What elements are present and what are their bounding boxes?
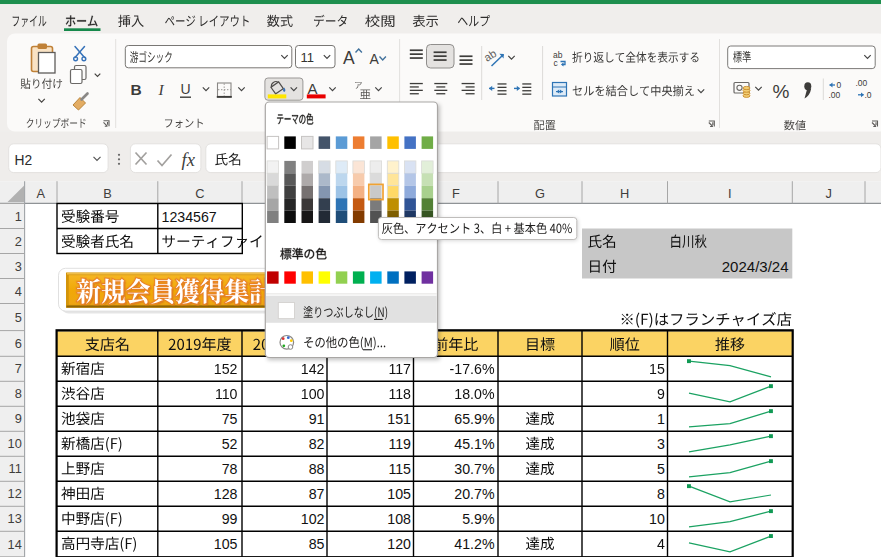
svg-text:A: A bbox=[343, 48, 355, 68]
svg-text:.00: .00 bbox=[856, 78, 868, 88]
svg-text:102: 102 bbox=[301, 511, 325, 527]
svg-text:3: 3 bbox=[657, 436, 665, 452]
svg-text:%: % bbox=[773, 81, 790, 102]
svg-text:75: 75 bbox=[222, 411, 238, 427]
svg-text:11: 11 bbox=[9, 461, 22, 476]
svg-text:C: C bbox=[195, 186, 204, 201]
svg-text:117: 117 bbox=[388, 361, 411, 377]
svg-text:11: 11 bbox=[301, 50, 315, 65]
svg-text:115: 115 bbox=[388, 461, 411, 477]
svg-text:H2: H2 bbox=[15, 153, 33, 168]
svg-text:105: 105 bbox=[387, 486, 411, 502]
svg-text:82: 82 bbox=[309, 436, 325, 452]
svg-text:2024/3/24: 2024/3/24 bbox=[722, 258, 789, 275]
svg-text:8: 8 bbox=[15, 386, 22, 401]
svg-text:2: 2 bbox=[15, 234, 22, 249]
svg-text:G: G bbox=[535, 186, 545, 201]
svg-text:0: 0 bbox=[837, 80, 842, 90]
svg-text:5.9%: 5.9% bbox=[462, 511, 495, 527]
svg-text:9: 9 bbox=[15, 411, 22, 426]
svg-text:78: 78 bbox=[222, 461, 238, 477]
svg-text:.0: .0 bbox=[865, 90, 872, 100]
svg-text:F: F bbox=[452, 186, 460, 201]
svg-text:A: A bbox=[308, 80, 318, 97]
svg-text:-17.6%: -17.6% bbox=[450, 361, 495, 377]
svg-text:5: 5 bbox=[15, 310, 22, 325]
svg-text:14: 14 bbox=[8, 537, 22, 552]
svg-text:B: B bbox=[103, 186, 112, 201]
svg-text:13: 13 bbox=[8, 511, 22, 526]
svg-text:15: 15 bbox=[649, 361, 665, 377]
svg-text:fx: fx bbox=[182, 150, 196, 170]
svg-text:118: 118 bbox=[388, 386, 411, 402]
svg-text:J: J bbox=[825, 186, 831, 201]
svg-text:7: 7 bbox=[15, 361, 22, 376]
svg-text:A: A bbox=[370, 51, 380, 67]
svg-text:30.7%: 30.7% bbox=[454, 461, 495, 477]
svg-text:U: U bbox=[181, 81, 191, 97]
svg-text:88: 88 bbox=[309, 461, 325, 477]
svg-text:4: 4 bbox=[657, 536, 665, 552]
svg-text:18.0%: 18.0% bbox=[454, 386, 495, 402]
svg-text:6: 6 bbox=[15, 336, 22, 351]
svg-text:99: 99 bbox=[222, 511, 238, 527]
svg-text:5: 5 bbox=[657, 461, 665, 477]
svg-text:1: 1 bbox=[15, 209, 22, 224]
svg-text:152: 152 bbox=[214, 361, 238, 377]
svg-text:10: 10 bbox=[649, 511, 665, 527]
svg-text:142: 142 bbox=[301, 361, 325, 377]
svg-text:85: 85 bbox=[309, 536, 325, 552]
svg-text:9: 9 bbox=[657, 386, 665, 402]
svg-text:1: 1 bbox=[657, 411, 665, 427]
svg-text:20.7%: 20.7% bbox=[454, 486, 495, 502]
svg-text:1234567: 1234567 bbox=[162, 209, 217, 225]
svg-text:105: 105 bbox=[214, 536, 238, 552]
svg-text:A: A bbox=[37, 186, 46, 201]
svg-text:41.2%: 41.2% bbox=[454, 536, 495, 552]
svg-text:B: B bbox=[131, 81, 142, 98]
svg-text:4: 4 bbox=[15, 284, 22, 299]
svg-text:100: 100 bbox=[301, 386, 325, 402]
svg-text:10: 10 bbox=[8, 436, 22, 451]
svg-text:12: 12 bbox=[8, 486, 22, 501]
svg-text:151: 151 bbox=[387, 411, 411, 427]
svg-text:108: 108 bbox=[387, 511, 411, 527]
svg-text:87: 87 bbox=[309, 486, 325, 502]
svg-text:91: 91 bbox=[309, 411, 325, 427]
svg-text:3: 3 bbox=[15, 259, 22, 274]
svg-text:H: H bbox=[620, 186, 629, 201]
svg-text:52: 52 bbox=[222, 436, 238, 452]
svg-text:120: 120 bbox=[387, 536, 411, 552]
svg-text:65.9%: 65.9% bbox=[454, 411, 495, 427]
svg-text:I: I bbox=[728, 186, 732, 201]
svg-text:.00: .00 bbox=[829, 90, 841, 100]
svg-text:I: I bbox=[158, 81, 165, 98]
svg-text:128: 128 bbox=[214, 486, 238, 502]
svg-text:8: 8 bbox=[657, 486, 665, 502]
svg-text:110: 110 bbox=[215, 386, 238, 402]
svg-text:119: 119 bbox=[388, 436, 411, 452]
svg-text:45.1%: 45.1% bbox=[454, 436, 495, 452]
